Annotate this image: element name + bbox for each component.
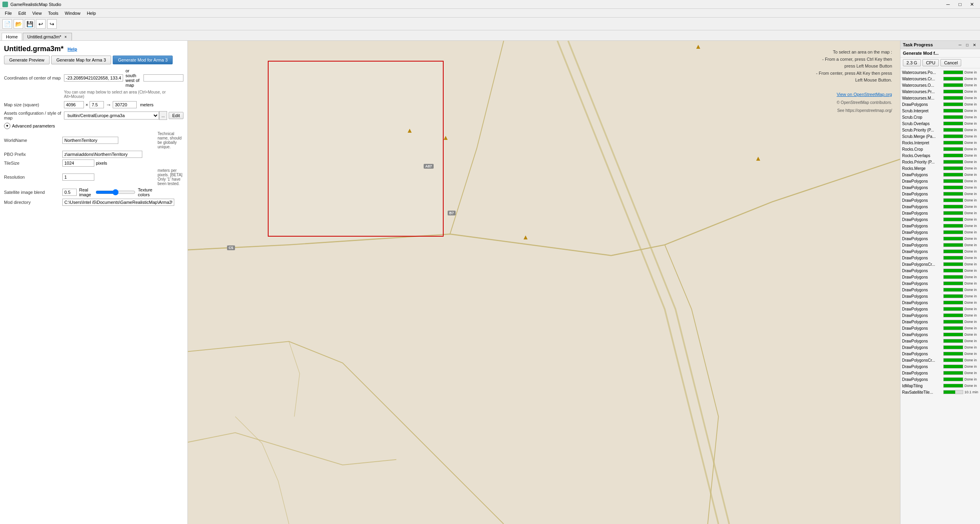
task-bar-fill [944,365,963,368]
resolution-label: Resolution [4,175,60,179]
task-bar [943,90,963,94]
panel-minimize-button[interactable]: ─ [957,42,963,48]
task-status: Done in [964,339,978,343]
task-status: Done in [964,141,978,145]
resolution-input[interactable] [62,173,94,181]
map-area[interactable]: A87 B7 C5 To select an area on the map :… [188,41,900,524]
advanced-toggle[interactable]: ▼ Advanced parameters [4,123,183,129]
task-status: Done in [964,115,978,119]
panel-float-button[interactable]: □ [964,42,970,48]
task-name: Scrub.Crop [902,115,942,120]
coords-input[interactable] [64,74,123,82]
task-action-buttons: 2.3 G CPU Cancel [900,58,980,68]
menu-view[interactable]: View [29,10,45,16]
menu-file[interactable]: File [2,10,15,16]
task-bar [943,153,963,157]
multiplier-input[interactable] [90,101,104,108]
southwest-input[interactable] [143,74,183,82]
tilesize-input[interactable] [62,159,94,167]
maximize-button[interactable]: □ [954,0,966,8]
task-name: DrawPolygons [902,173,942,177]
task-status: Done in [964,153,978,157]
undo-button[interactable]: ↩ [36,19,46,29]
task-bar-fill [944,192,963,195]
cpu-button[interactable]: CPU [922,59,939,66]
task-name: Rocks.Priority (P... [902,160,942,164]
generate-map-button[interactable]: Generate Map for Arma 3 [51,56,111,64]
panel-close-button[interactable]: ✕ [971,42,978,48]
task-bar-fill [944,122,963,125]
cancel-button[interactable]: Cancel [940,59,961,66]
task-list-item: DrawPolygons Done in [900,248,980,255]
menu-window[interactable]: Window [62,10,84,16]
task-bar-fill [944,307,963,311]
task-status: Done in [964,262,978,266]
panel-controls: ─ □ ✕ [957,42,978,48]
toggle-icon: ▼ [4,123,10,129]
task-name: DrawPolygons [902,294,942,299]
menu-tools[interactable]: Tools [45,10,62,16]
task-name: Rocks.Interpret [902,141,942,145]
worldname-hint: Technical name, should be globally uniqu… [157,131,183,149]
meters-result-input[interactable] [113,101,137,108]
task-bar-fill [944,263,963,266]
task-list-item: DrawPolygons Done in [900,280,980,287]
task-list-item: DrawPolygons Done in [900,191,980,197]
task-list-item: DrawPolygonsCr... Done in [900,357,980,363]
advanced-label: Advanced parameters [12,124,55,128]
osm-credit-2: See https://openstreetmap.org/ [812,108,892,114]
osm-credit-1: © OpenStreetMap contributors. [812,100,892,106]
task-bar [943,77,963,81]
task-status: Done in [964,160,978,164]
moddir-input[interactable] [62,199,174,206]
help-link[interactable]: Help [68,47,77,52]
pboprefix-input[interactable] [62,151,142,158]
task-name: DrawPolygons [902,179,942,183]
open-button[interactable]: 📂 [14,19,23,29]
task-bar-fill [944,186,963,189]
minimize-button[interactable]: ─ [942,0,954,8]
generate-preview-button[interactable]: Generate Preview [4,56,50,64]
mapsize-input[interactable] [64,101,84,108]
mapsize-row: Map size (square) × → meters [4,101,183,108]
task-bar-fill [944,199,963,202]
task-bar-fill [944,288,963,291]
map-hint-line3: - From center, press Alt Key then press … [812,70,892,84]
task-bar [943,217,963,221]
new-button[interactable]: 📄 [2,19,12,29]
task-list-item: DrawPolygons Done in [900,255,980,261]
task-list-item: DrawPolygons Done in [900,306,980,312]
satblend-value-input[interactable] [62,189,77,196]
redo-button[interactable]: ↪ [47,19,57,29]
satblend-label: Satellite image blend [4,190,60,195]
triangle-marker-4 [696,45,700,49]
generate-mod-button[interactable]: Generate Mod for Arma 3 [113,56,173,64]
satblend-slider[interactable] [96,189,135,195]
triangle-marker-1 [408,129,412,133]
tab-document[interactable]: Untitled.grma3m* × [23,33,72,40]
assets-edit-button[interactable]: Edit [169,112,183,119]
menu-help[interactable]: Help [84,10,99,16]
task-bar-fill [944,224,963,227]
task-bar-fill [944,71,963,74]
app-title: GameRealisticMap Studio [10,2,61,7]
openstreetmap-link[interactable]: View on OpenStreetMap.org [837,92,892,97]
tab-home[interactable]: Home [2,33,22,40]
menu-edit[interactable]: Edit [15,10,29,16]
tab-close-button[interactable]: × [64,35,68,39]
save-button[interactable]: 💾 [25,19,34,29]
close-button[interactable]: ✕ [966,0,978,8]
task-list-item: DrawPolygons Done in [900,376,980,383]
window-controls[interactable]: ─ □ ✕ [942,0,978,8]
task-status: Done in [964,198,978,202]
task-name: DrawPolygons [902,211,942,215]
task-name: Watercourses.M... [902,96,942,100]
assets-dots-button[interactable]: ... [159,111,167,120]
assets-select[interactable]: builtin/CentralEurope.grma3a [64,112,159,120]
task-name: DrawPolygons [902,237,942,241]
worldname-input[interactable] [62,137,118,144]
task-status: Done in [964,147,978,151]
task-bar-fill [944,346,963,349]
map-selection-box [268,61,444,237]
task-bar-fill [944,391,955,394]
